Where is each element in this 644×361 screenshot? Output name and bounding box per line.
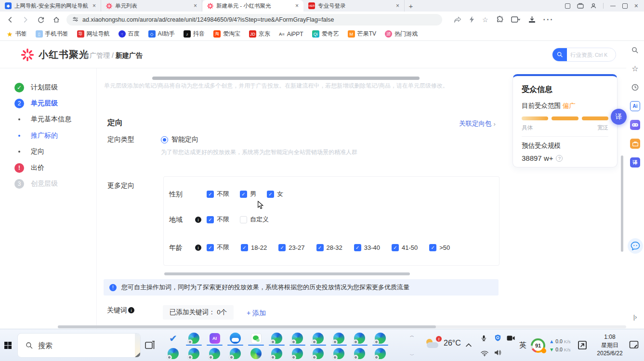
smart-targeting-radio[interactable]: 智能定向 (161, 135, 198, 144)
checkbox-checked-icon[interactable]: ✓ (207, 191, 214, 198)
back-icon[interactable] (5, 14, 15, 25)
checkbox-checked-icon[interactable]: ✓ (207, 244, 214, 251)
hidden-icons-chevron[interactable] (465, 341, 472, 349)
briefcase-icon[interactable] (630, 139, 640, 149)
bookmark-item[interactable]: ◇AI助手 (148, 30, 175, 38)
tab-unit-list[interactable]: 单元列表 × (101, 0, 202, 12)
app-edge-profile[interactable] (329, 346, 349, 361)
app-logo[interactable]: 小红书聚光 (21, 48, 89, 61)
taskbar-search-box[interactable] (17, 333, 141, 358)
scroll-down-icon[interactable]: ﹀ (410, 352, 414, 359)
sidebar-step-bid[interactable]: !出价 (14, 163, 44, 173)
new-tab-button[interactable]: + (405, 0, 417, 12)
reload-icon[interactable] (36, 14, 46, 25)
checkbox-checked-icon[interactable]: ✓ (278, 244, 286, 251)
minimize-icon[interactable] (610, 6, 616, 6)
favorites-star-icon[interactable]: ☆ (630, 64, 640, 74)
horizontal-scrollbar-thumb[interactable] (152, 77, 420, 80)
checkbox-option[interactable]: 自定义 (240, 215, 269, 224)
wifi-icon[interactable] (481, 349, 488, 358)
search-icon[interactable] (630, 45, 640, 55)
checkbox-option[interactable]: ✓不限 (207, 243, 229, 252)
tab-restore-icon[interactable] (511, 16, 521, 23)
task-view-icon[interactable] (145, 340, 156, 353)
search-button[interactable] (552, 48, 567, 62)
checkbox-checked-icon[interactable]: ✓ (316, 244, 324, 251)
app-wechat[interactable] (246, 331, 266, 346)
lightning-icon[interactable] (469, 16, 474, 23)
notification-center-icon[interactable] (629, 340, 639, 351)
qualification-search[interactable]: Ctrl K (552, 48, 616, 62)
tab-new-unit-active[interactable]: 新建单元 - 小红书聚光 × (202, 0, 303, 12)
screenshot-icon[interactable] (577, 340, 588, 352)
scroll-up-icon[interactable]: ︿ (410, 333, 414, 339)
info-icon[interactable]: i (195, 217, 201, 223)
checkbox-option[interactable]: ✓41-50 (392, 244, 418, 251)
targeting-pack-link[interactable]: 关联定向包 › (459, 119, 496, 128)
start-button[interactable] (0, 329, 16, 361)
horizontal-scrollbar-thumb[interactable] (164, 272, 410, 275)
sidebar-step-creative[interactable]: 3创意层级 (14, 179, 58, 189)
checkbox-checked-icon[interactable]: ✓ (241, 244, 248, 251)
tab-close-icon[interactable]: × (294, 2, 300, 9)
gamepad-icon[interactable] (630, 120, 640, 130)
bottom-scrollbar-track[interactable] (58, 325, 626, 328)
tab-close-icon[interactable]: × (92, 2, 97, 9)
translate-icon[interactable]: 译 (630, 157, 640, 168)
sidebar-step-unit-info[interactable]: 单元基本信息 (14, 115, 71, 124)
checkbox-option[interactable]: ✓33-40 (354, 244, 380, 251)
app-edge-profile[interactable] (266, 346, 287, 361)
bookmark-item[interactable]: ⁖百度 (118, 30, 140, 38)
checkbox-checked-icon[interactable]: ✓ (267, 191, 274, 198)
checkbox-option[interactable]: ✓23-27 (278, 244, 304, 251)
app-edge-profile[interactable] (308, 346, 329, 361)
vertical-scrollbar-thumb[interactable] (621, 155, 623, 252)
close-icon[interactable]: × (634, 2, 638, 10)
tab-close-icon[interactable]: × (395, 2, 400, 9)
battery-health-ring[interactable]: 91 (531, 338, 545, 353)
bookmark-item[interactable]: 淘爱淘宝 (213, 30, 240, 38)
tab-nav-site[interactable]: ◆ 上网导航-安全实用的网址导航 × (0, 0, 101, 12)
bottom-scrollbar-thumb[interactable] (58, 325, 436, 328)
app-edge-profile[interactable] (225, 346, 246, 361)
radio-selected-icon[interactable] (161, 136, 168, 143)
bookmark-item[interactable]: M芒果TV (348, 30, 376, 38)
checkbox-checked-icon[interactable]: ✓ (392, 244, 399, 251)
app-qq-browser[interactable] (225, 331, 246, 346)
forward-icon[interactable] (20, 14, 31, 25)
checkbox-option[interactable]: ✓不限 (207, 215, 229, 224)
network-speed-widget[interactable]: ▲ 0.0 K/s ▼ 0.0 K/s (549, 337, 571, 354)
app-ai-tool[interactable]: AI (204, 331, 225, 346)
microphone-icon[interactable] (481, 334, 487, 344)
checkbox-checked-icon[interactable]: ✓ (354, 244, 361, 251)
camera-icon[interactable] (507, 335, 515, 343)
info-icon[interactable]: i (128, 307, 134, 313)
taskbar-search-input[interactable] (33, 341, 135, 350)
more-menu-icon[interactable]: ··· (543, 15, 554, 24)
app-edge-profile[interactable] (329, 331, 349, 346)
checkbox-checked-icon[interactable]: ✓ (429, 244, 436, 251)
app-edge-profile[interactable] (308, 331, 329, 346)
ime-indicator[interactable]: 英 (519, 341, 526, 350)
chat-assistant-icon[interactable] (628, 238, 643, 254)
maximize-icon[interactable] (622, 3, 628, 9)
bookmark-item[interactable]: ★书签 (7, 30, 27, 38)
checkbox-option[interactable]: ✓>50 (429, 244, 450, 251)
checkbox-checked-icon[interactable]: ✓ (207, 216, 214, 223)
bookmark-star-icon[interactable]: ☆ (482, 16, 488, 24)
info-icon[interactable]: i (195, 245, 201, 251)
bookmark-item[interactable]: ♪抖音 (184, 30, 205, 38)
bookmark-item[interactable]: 游热门游戏 (385, 30, 418, 38)
download-icon[interactable] (528, 16, 536, 23)
app-edge-profile[interactable] (370, 346, 391, 361)
bookmark-item[interactable]: ▯手机书签 (36, 30, 68, 38)
add-keyword-button[interactable]: + 添加 (247, 309, 266, 318)
checkbox-option[interactable]: ✓女 (267, 190, 283, 198)
app-edge[interactable] (246, 346, 266, 361)
bookmark-item[interactable]: JD京东 (249, 30, 270, 38)
checkbox-checked-icon[interactable]: ✓ (240, 191, 247, 198)
sidebar-step-plan[interactable]: ✓计划层级 (14, 83, 58, 92)
weather-widget[interactable]: 1 26°C (426, 338, 461, 348)
volume-icon[interactable] (494, 349, 501, 358)
checkbox-option[interactable]: ✓不限 (207, 190, 229, 198)
